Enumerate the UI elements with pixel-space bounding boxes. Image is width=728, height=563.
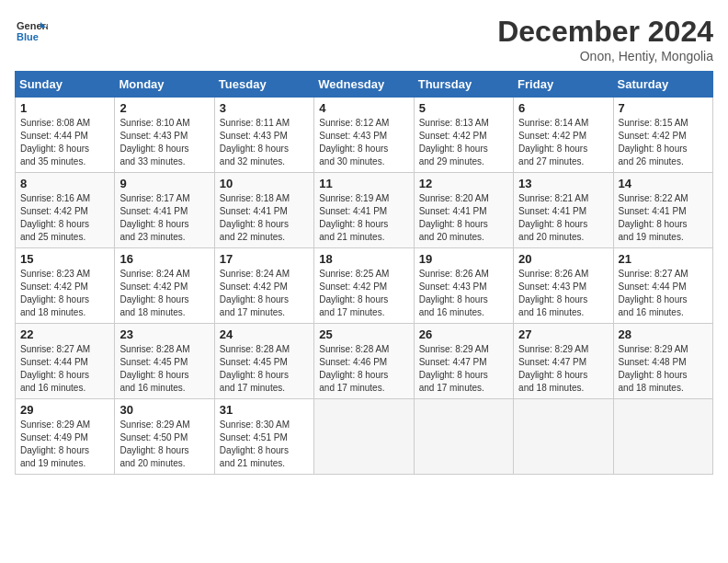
day-number: 5 <box>419 101 508 115</box>
day-cell: 2Sunrise: 8:10 AM Sunset: 4:43 PM Daylig… <box>115 98 214 173</box>
day-cell: 27Sunrise: 8:29 AM Sunset: 4:47 PM Dayli… <box>514 324 613 399</box>
day-info: Sunrise: 8:26 AM Sunset: 4:43 PM Dayligh… <box>518 268 608 319</box>
day-cell: 21Sunrise: 8:27 AM Sunset: 4:44 PM Dayli… <box>613 248 712 324</box>
svg-text:Blue: Blue <box>17 31 39 42</box>
day-cell <box>414 399 513 475</box>
week-row-3: 15Sunrise: 8:23 AM Sunset: 4:42 PM Dayli… <box>16 248 713 324</box>
day-cell: 28Sunrise: 8:29 AM Sunset: 4:48 PM Dayli… <box>613 324 712 399</box>
day-number: 3 <box>220 101 309 115</box>
day-cell: 25Sunrise: 8:28 AM Sunset: 4:46 PM Dayli… <box>314 324 414 399</box>
title-area: December 2024 Onon, Hentiy, Mongolia <box>497 15 713 63</box>
day-info: Sunrise: 8:28 AM Sunset: 4:46 PM Dayligh… <box>319 343 408 395</box>
day-cell: 10Sunrise: 8:18 AM Sunset: 4:41 PM Dayli… <box>214 173 313 248</box>
day-number: 19 <box>419 252 508 266</box>
day-info: Sunrise: 8:29 AM Sunset: 4:47 PM Dayligh… <box>419 343 508 395</box>
day-info: Sunrise: 8:29 AM Sunset: 4:48 PM Dayligh… <box>619 343 708 395</box>
day-number: 13 <box>518 177 608 190</box>
day-info: Sunrise: 8:29 AM Sunset: 4:47 PM Dayligh… <box>518 343 608 395</box>
calendar-table: SundayMondayTuesdayWednesdayThursdayFrid… <box>15 71 713 475</box>
day-cell: 26Sunrise: 8:29 AM Sunset: 4:47 PM Dayli… <box>414 324 513 399</box>
day-number: 18 <box>319 252 408 266</box>
day-cell: 18Sunrise: 8:25 AM Sunset: 4:42 PM Dayli… <box>314 248 414 324</box>
day-number: 4 <box>319 101 408 115</box>
day-number: 16 <box>119 252 209 266</box>
day-cell <box>514 399 613 475</box>
day-info: Sunrise: 8:28 AM Sunset: 4:45 PM Dayligh… <box>220 343 309 395</box>
week-row-4: 22Sunrise: 8:27 AM Sunset: 4:44 PM Dayli… <box>16 324 713 399</box>
day-info: Sunrise: 8:25 AM Sunset: 4:42 PM Dayligh… <box>319 268 408 319</box>
day-info: Sunrise: 8:24 AM Sunset: 4:42 PM Dayligh… <box>220 268 309 319</box>
day-cell: 13Sunrise: 8:21 AM Sunset: 4:41 PM Dayli… <box>514 173 613 248</box>
day-cell: 7Sunrise: 8:15 AM Sunset: 4:42 PM Daylig… <box>613 98 712 173</box>
day-info: Sunrise: 8:11 AM Sunset: 4:43 PM Dayligh… <box>220 117 309 168</box>
calendar-subtitle: Onon, Hentiy, Mongolia <box>497 49 713 63</box>
calendar-title: December 2024 <box>497 15 713 49</box>
day-number: 20 <box>518 252 608 266</box>
day-number: 25 <box>319 327 408 341</box>
day-number: 30 <box>119 403 209 417</box>
logo-icon: General Blue <box>15 15 48 48</box>
day-number: 28 <box>619 327 708 341</box>
day-cell <box>613 399 712 475</box>
day-cell: 17Sunrise: 8:24 AM Sunset: 4:42 PM Dayli… <box>214 248 313 324</box>
col-header-monday: Monday <box>115 72 214 98</box>
col-header-tuesday: Tuesday <box>214 72 313 98</box>
day-cell: 1Sunrise: 8:08 AM Sunset: 4:44 PM Daylig… <box>16 98 115 173</box>
day-number: 31 <box>220 403 309 417</box>
day-info: Sunrise: 8:18 AM Sunset: 4:41 PM Dayligh… <box>220 192 309 244</box>
day-cell: 20Sunrise: 8:26 AM Sunset: 4:43 PM Dayli… <box>514 248 613 324</box>
day-info: Sunrise: 8:26 AM Sunset: 4:43 PM Dayligh… <box>419 268 508 319</box>
day-number: 7 <box>619 101 708 115</box>
day-info: Sunrise: 8:29 AM Sunset: 4:49 PM Dayligh… <box>20 419 109 470</box>
day-cell: 31Sunrise: 8:30 AM Sunset: 4:51 PM Dayli… <box>214 399 313 475</box>
day-info: Sunrise: 8:10 AM Sunset: 4:43 PM Dayligh… <box>119 117 209 168</box>
day-number: 27 <box>518 327 608 341</box>
day-number: 10 <box>220 177 309 190</box>
week-row-2: 8Sunrise: 8:16 AM Sunset: 4:42 PM Daylig… <box>16 173 713 248</box>
day-info: Sunrise: 8:30 AM Sunset: 4:51 PM Dayligh… <box>220 419 309 470</box>
day-info: Sunrise: 8:14 AM Sunset: 4:42 PM Dayligh… <box>518 117 608 168</box>
day-cell: 14Sunrise: 8:22 AM Sunset: 4:41 PM Dayli… <box>613 173 712 248</box>
day-number: 17 <box>220 252 309 266</box>
day-info: Sunrise: 8:23 AM Sunset: 4:42 PM Dayligh… <box>20 268 109 319</box>
day-number: 8 <box>20 177 109 190</box>
day-info: Sunrise: 8:27 AM Sunset: 4:44 PM Dayligh… <box>619 268 708 319</box>
header: General Blue December 2024 Onon, Hentiy,… <box>15 15 713 63</box>
day-cell: 6Sunrise: 8:14 AM Sunset: 4:42 PM Daylig… <box>514 98 613 173</box>
day-number: 21 <box>619 252 708 266</box>
day-cell: 15Sunrise: 8:23 AM Sunset: 4:42 PM Dayli… <box>16 248 115 324</box>
day-number: 11 <box>319 177 408 190</box>
day-info: Sunrise: 8:29 AM Sunset: 4:50 PM Dayligh… <box>119 419 209 470</box>
col-header-sunday: Sunday <box>16 72 115 98</box>
day-cell: 3Sunrise: 8:11 AM Sunset: 4:43 PM Daylig… <box>214 98 313 173</box>
day-cell: 24Sunrise: 8:28 AM Sunset: 4:45 PM Dayli… <box>214 324 313 399</box>
day-info: Sunrise: 8:08 AM Sunset: 4:44 PM Dayligh… <box>20 117 109 168</box>
day-cell: 12Sunrise: 8:20 AM Sunset: 4:41 PM Dayli… <box>414 173 513 248</box>
day-info: Sunrise: 8:24 AM Sunset: 4:42 PM Dayligh… <box>119 268 209 319</box>
day-info: Sunrise: 8:21 AM Sunset: 4:41 PM Dayligh… <box>518 192 608 244</box>
day-number: 9 <box>119 177 209 190</box>
day-info: Sunrise: 8:19 AM Sunset: 4:41 PM Dayligh… <box>319 192 408 244</box>
day-cell: 23Sunrise: 8:28 AM Sunset: 4:45 PM Dayli… <box>115 324 214 399</box>
day-info: Sunrise: 8:12 AM Sunset: 4:43 PM Dayligh… <box>319 117 408 168</box>
day-info: Sunrise: 8:27 AM Sunset: 4:44 PM Dayligh… <box>20 343 109 395</box>
day-cell: 8Sunrise: 8:16 AM Sunset: 4:42 PM Daylig… <box>16 173 115 248</box>
day-info: Sunrise: 8:16 AM Sunset: 4:42 PM Dayligh… <box>20 192 109 244</box>
col-header-saturday: Saturday <box>613 72 712 98</box>
day-number: 26 <box>419 327 508 341</box>
col-header-wednesday: Wednesday <box>314 72 414 98</box>
logo: General Blue <box>15 15 48 48</box>
day-info: Sunrise: 8:15 AM Sunset: 4:42 PM Dayligh… <box>619 117 708 168</box>
day-info: Sunrise: 8:22 AM Sunset: 4:41 PM Dayligh… <box>619 192 708 244</box>
day-number: 23 <box>119 327 209 341</box>
day-cell: 29Sunrise: 8:29 AM Sunset: 4:49 PM Dayli… <box>16 399 115 475</box>
day-cell: 5Sunrise: 8:13 AM Sunset: 4:42 PM Daylig… <box>414 98 513 173</box>
day-cell: 11Sunrise: 8:19 AM Sunset: 4:41 PM Dayli… <box>314 173 414 248</box>
day-number: 29 <box>20 403 109 417</box>
day-info: Sunrise: 8:13 AM Sunset: 4:42 PM Dayligh… <box>419 117 508 168</box>
day-number: 14 <box>619 177 708 190</box>
week-row-1: 1Sunrise: 8:08 AM Sunset: 4:44 PM Daylig… <box>16 98 713 173</box>
day-number: 24 <box>220 327 309 341</box>
week-row-5: 29Sunrise: 8:29 AM Sunset: 4:49 PM Dayli… <box>16 399 713 475</box>
col-header-thursday: Thursday <box>414 72 513 98</box>
